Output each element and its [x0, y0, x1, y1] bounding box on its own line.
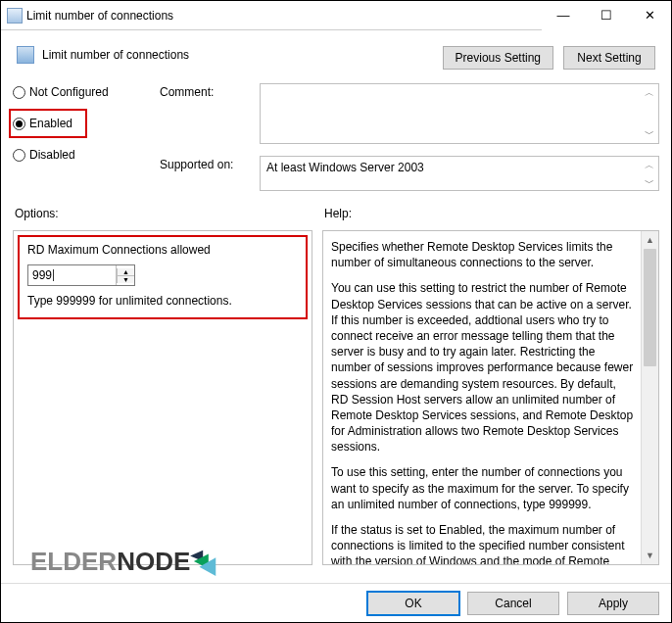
comment-field[interactable]: ︿ ﹀: [260, 83, 659, 144]
options-panel: RD Maximum Connections allowed 999 ▲ ▼ T…: [13, 230, 312, 565]
radio-icon: [13, 86, 25, 99]
logo-graphic-icon: [190, 549, 221, 576]
radio-label: Not Configured: [29, 85, 109, 99]
scroll-down-icon[interactable]: ﹀: [641, 125, 658, 143]
panels: RD Maximum Connections allowed 999 ▲ ▼ T…: [13, 230, 659, 565]
previous-setting-button[interactable]: Previous Setting: [443, 46, 553, 70]
scrollbar-track[interactable]: [642, 249, 658, 547]
radio-label: Disabled: [29, 148, 75, 162]
help-paragraph: You can use this setting to restrict the…: [331, 280, 635, 455]
supported-on-value: At least Windows Server 2003: [261, 157, 641, 190]
radio-enabled[interactable]: Enabled: [13, 117, 81, 130]
supported-on-label: Supported on:: [160, 156, 250, 171]
supported-scrollbar[interactable]: ︿ ﹀: [641, 157, 658, 190]
option-max-connections-label: RD Maximum Connections allowed: [27, 243, 298, 257]
highlight-options: RD Maximum Connections allowed 999 ▲ ▼ T…: [18, 235, 308, 319]
radio-not-configured[interactable]: Not Configured: [13, 85, 160, 99]
option-hint: Type 999999 for unlimited connections.: [27, 294, 298, 308]
radio-label: Enabled: [29, 117, 72, 130]
help-paragraph: If the status is set to Enabled, the max…: [331, 522, 635, 564]
max-connections-value: 999: [32, 268, 52, 282]
close-button[interactable]: ✕: [628, 1, 671, 30]
maximize-button[interactable]: ☐: [585, 1, 628, 30]
minimize-button[interactable]: —: [542, 1, 585, 30]
scroll-down-icon[interactable]: ﹀: [641, 174, 658, 191]
scroll-up-icon[interactable]: ▲: [642, 231, 658, 249]
ok-button[interactable]: OK: [367, 592, 459, 615]
watermark-logo: ELDERNODE: [30, 547, 221, 577]
spinner-down-button[interactable]: ▼: [117, 276, 134, 283]
dialog-heading: Limit number of connections: [42, 48, 189, 62]
next-setting-button[interactable]: Next Setting: [563, 46, 655, 70]
dialog-body: Limit number of connections Previous Set…: [1, 30, 671, 565]
window-title: Limit number of connections: [23, 9, 542, 23]
comment-scrollbar[interactable]: ︿ ﹀: [641, 84, 658, 143]
scroll-down-icon[interactable]: ▼: [642, 547, 658, 564]
header-row: Limit number of connections Previous Set…: [13, 40, 659, 83]
highlight-enabled: Enabled: [9, 109, 87, 138]
scrollbar-thumb[interactable]: [644, 249, 656, 366]
help-panel: Specifies whether Remote Desktop Service…: [322, 230, 659, 565]
radio-group: Not Configured Enabled Disabled: [13, 83, 160, 191]
titlebar: Limit number of connections — ☐ ✕: [1, 1, 671, 30]
policy-icon: [17, 46, 34, 64]
radio-icon: [13, 149, 25, 162]
radio-icon: [13, 118, 25, 130]
apply-button[interactable]: Apply: [567, 592, 659, 615]
radio-disabled[interactable]: Disabled: [13, 148, 160, 162]
section-labels: Options: Help:: [13, 207, 659, 220]
help-text: Specifies whether Remote Desktop Service…: [323, 231, 658, 564]
config-row: Not Configured Enabled Disabled Comment:: [13, 83, 659, 191]
app-icon: [7, 8, 23, 24]
help-scrollbar[interactable]: ▲ ▼: [641, 231, 658, 564]
supported-on-field: At least Windows Server 2003 ︿ ﹀: [260, 156, 659, 191]
cancel-button[interactable]: Cancel: [467, 592, 559, 615]
footer: OK Cancel Apply: [1, 583, 671, 622]
max-connections-input[interactable]: 999 ▲ ▼: [27, 264, 135, 286]
logo-wordmark: ELDERNODE: [30, 547, 190, 577]
help-label: Help:: [324, 207, 657, 220]
comment-label: Comment:: [160, 83, 250, 99]
help-paragraph: Specifies whether Remote Desktop Service…: [331, 239, 635, 270]
spinner-up-button[interactable]: ▲: [117, 268, 134, 276]
scroll-up-icon[interactable]: ︿: [641, 157, 658, 174]
comment-value: [261, 84, 641, 143]
options-label: Options:: [15, 207, 324, 220]
scroll-up-icon[interactable]: ︿: [641, 84, 658, 102]
help-paragraph: To use this setting, enter the number of…: [331, 464, 635, 512]
